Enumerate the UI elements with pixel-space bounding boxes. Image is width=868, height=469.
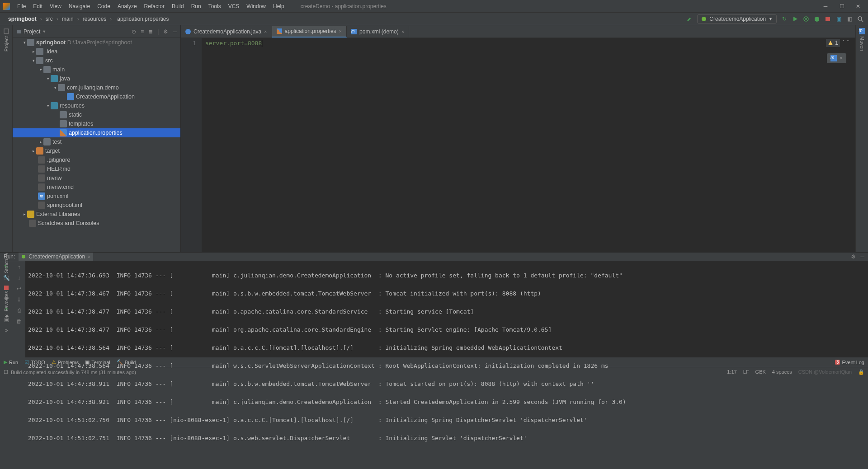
tree-package[interactable]: ▾com.julianqian.demo bbox=[13, 83, 180, 92]
chevron-down-icon[interactable]: ˇ bbox=[847, 40, 849, 46]
menu-view[interactable]: View bbox=[47, 2, 64, 10]
tree-help[interactable]: HELP.md bbox=[13, 164, 180, 174]
tree-pom[interactable]: mpom.xml bbox=[13, 192, 180, 201]
search-icon[interactable] bbox=[857, 16, 863, 22]
tree-ext-libs[interactable]: ▸External Libraries bbox=[13, 210, 180, 219]
maximize-icon[interactable]: ☐ bbox=[838, 3, 845, 9]
down-icon[interactable]: ↓ bbox=[18, 275, 20, 281]
minimize-icon[interactable]: ─ bbox=[822, 3, 829, 9]
attach-icon[interactable]: ◧ bbox=[846, 16, 853, 22]
line-ending[interactable]: LF bbox=[743, 369, 749, 375]
tree-test[interactable]: ▸test bbox=[13, 137, 180, 146]
menu-navigate[interactable]: Navigate bbox=[66, 2, 93, 10]
stop-icon[interactable] bbox=[825, 16, 831, 22]
hide-icon[interactable]: ─ bbox=[860, 253, 864, 260]
reload-icon[interactable]: ↻ bbox=[781, 16, 788, 22]
close-icon[interactable]: × bbox=[339, 28, 342, 34]
tree-app-props[interactable]: application.properties bbox=[13, 128, 180, 137]
crumb-project[interactable]: springboot bbox=[7, 16, 38, 22]
tree-target[interactable]: ▸target bbox=[13, 146, 180, 155]
collapse-all-icon[interactable]: ≣ bbox=[148, 28, 153, 35]
menu-code[interactable]: Code bbox=[94, 2, 113, 10]
tree-src[interactable]: ▾src bbox=[13, 56, 180, 65]
code-area[interactable]: server.port=8088 bbox=[202, 38, 855, 252]
open-folder-icon[interactable]: ▣ bbox=[835, 16, 842, 22]
menu-window[interactable]: Window bbox=[244, 2, 269, 10]
tab-properties[interactable]: application.properties× bbox=[272, 26, 347, 38]
tree-static[interactable]: static bbox=[13, 110, 180, 119]
locate-icon[interactable]: ⊙ bbox=[132, 28, 136, 35]
crumb-main[interactable]: main bbox=[61, 16, 75, 22]
tab-pom[interactable]: mpom.xml (demo)× bbox=[347, 26, 409, 38]
clear-icon[interactable]: 🗑 bbox=[16, 318, 22, 324]
maven-reload-popup[interactable]: m × bbox=[827, 53, 846, 63]
project-title[interactable]: Project ▼ bbox=[16, 28, 46, 35]
warning-badge[interactable]: 1 bbox=[826, 39, 840, 47]
tree-iml[interactable]: springboot.iml bbox=[13, 201, 180, 210]
close-icon[interactable]: × bbox=[840, 55, 843, 61]
tree-root[interactable]: ▾springboot D:\JavaProject\springboot bbox=[13, 38, 180, 47]
indent[interactable]: 4 spaces bbox=[772, 369, 792, 375]
bottom-run-tab[interactable]: ▶Run bbox=[4, 359, 18, 365]
maven-icon[interactable]: m bbox=[859, 28, 865, 34]
bottom-terminal-tab[interactable]: ▣Terminal bbox=[85, 359, 110, 365]
tree-scratches[interactable]: Scratches and Consoles bbox=[13, 219, 180, 228]
maven-tool-label[interactable]: Maven bbox=[859, 36, 865, 51]
close-icon[interactable]: ✕ bbox=[854, 3, 862, 9]
close-icon[interactable]: × bbox=[401, 29, 404, 34]
encoding[interactable]: GBK bbox=[755, 369, 766, 375]
more-icon[interactable]: » bbox=[5, 327, 8, 333]
tree-java[interactable]: ▾java bbox=[13, 74, 180, 83]
menu-help[interactable]: Help bbox=[270, 2, 287, 10]
project-tool-label[interactable]: Project bbox=[4, 36, 9, 52]
menu-edit[interactable]: Edit bbox=[30, 2, 45, 10]
menu-analyze[interactable]: Analyze bbox=[115, 2, 140, 10]
build-hammer-icon[interactable] bbox=[686, 16, 693, 22]
run-config-selector[interactable]: CreatedemoApplication ▼ bbox=[697, 14, 777, 23]
menu-run[interactable]: Run bbox=[189, 2, 204, 10]
print-icon[interactable]: ⎙ bbox=[18, 307, 21, 314]
tree-gitignore[interactable]: .gitignore bbox=[13, 155, 180, 164]
gear-icon[interactable]: ⚙ bbox=[851, 253, 856, 260]
menu-refactor[interactable]: Refactor bbox=[142, 2, 167, 10]
favorites-tool[interactable]: ★Favorites bbox=[3, 291, 9, 319]
bottom-event-log[interactable]: 3Event Log bbox=[835, 360, 864, 365]
run-config-tab[interactable]: CreatedemoApplication × bbox=[19, 253, 93, 261]
crumb-src[interactable]: src bbox=[45, 16, 54, 22]
tree-resources[interactable]: ▾resources bbox=[13, 101, 180, 110]
lock-icon[interactable]: 🔒 bbox=[858, 369, 864, 375]
editor-inspections[interactable]: 1 ˆ ˇ bbox=[826, 39, 849, 47]
soft-wrap-icon[interactable]: ↩ bbox=[17, 286, 21, 292]
structure-tool[interactable]: ⬚Structure bbox=[3, 253, 9, 281]
menu-tools[interactable]: Tools bbox=[206, 2, 224, 10]
bottom-build-tab[interactable]: 🔨Build bbox=[117, 359, 136, 365]
menu-build[interactable]: Build bbox=[169, 2, 187, 10]
chevron-up-icon[interactable]: ˆ bbox=[843, 40, 844, 46]
project-tool-icon[interactable] bbox=[3, 28, 9, 34]
menu-file[interactable]: File bbox=[14, 2, 28, 10]
up-icon[interactable]: ↑ bbox=[18, 264, 20, 270]
tree-app-class[interactable]: CreatedemoApplication bbox=[13, 92, 180, 101]
coverage-icon[interactable] bbox=[814, 16, 820, 22]
tree-idea[interactable]: ▸.idea bbox=[13, 47, 180, 56]
expand-all-icon[interactable]: ≡ bbox=[141, 28, 144, 35]
tree-mvnw[interactable]: mvnw bbox=[13, 174, 180, 183]
tab-java[interactable]: CreatedemoApplication.java× bbox=[181, 26, 272, 38]
bottom-todo-tab[interactable]: ☑TODO bbox=[24, 359, 45, 365]
project-tree[interactable]: ▾springboot D:\JavaProject\springboot ▸.… bbox=[13, 38, 180, 252]
tree-templates[interactable]: templates bbox=[13, 119, 180, 128]
debug-icon[interactable] bbox=[803, 16, 809, 22]
scroll-to-end-icon[interactable]: ⤓ bbox=[17, 296, 21, 303]
crumb-resources[interactable]: resources bbox=[82, 16, 108, 22]
close-icon[interactable]: × bbox=[88, 254, 90, 259]
menu-vcs[interactable]: VCS bbox=[226, 2, 242, 10]
gear-icon[interactable]: ⚙ bbox=[163, 28, 168, 35]
bottom-problems-tab[interactable]: ⚠Problems bbox=[52, 359, 79, 365]
status-icon[interactable]: ☐ bbox=[4, 369, 8, 375]
hide-icon[interactable]: ─ bbox=[173, 28, 177, 35]
caret-position[interactable]: 1:17 bbox=[727, 369, 736, 375]
run-icon[interactable] bbox=[792, 16, 798, 22]
tree-mvnwcmd[interactable]: mvnw.cmd bbox=[13, 183, 180, 192]
editor-body[interactable]: 1 server.port=8088 bbox=[181, 38, 855, 252]
crumb-file[interactable]: application.properties bbox=[116, 16, 170, 22]
